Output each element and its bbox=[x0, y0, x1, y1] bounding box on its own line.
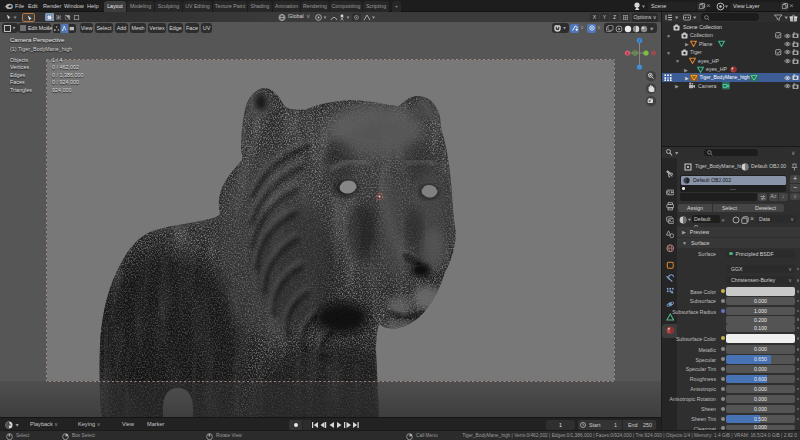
svg-text:Z: Z bbox=[638, 38, 641, 43]
svg-text:Y: Y bbox=[634, 51, 637, 56]
svg-text:X: X bbox=[626, 51, 629, 56]
